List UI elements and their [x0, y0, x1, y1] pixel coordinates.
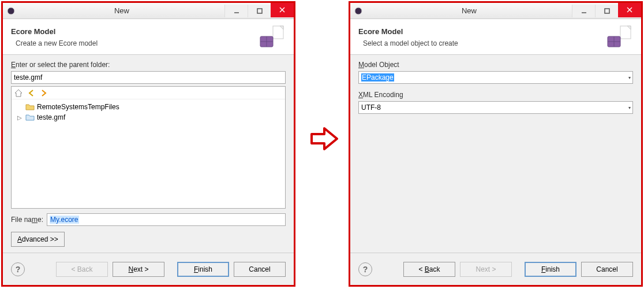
cancel-button[interactable]: Cancel [234, 262, 286, 277]
maximize-button[interactable] [248, 5, 271, 17]
new-ecore-dialog-step2: New Ecore Model Select a model object to… [349, 1, 643, 287]
advanced-button[interactable]: Advanced >> [11, 232, 65, 247]
next-button[interactable]: Next > [113, 262, 164, 277]
svg-marker-10 [15, 90, 22, 97]
back-button[interactable]: < Back [56, 262, 108, 277]
folder-icon [25, 102, 35, 112]
back-arrow-icon[interactable] [27, 88, 36, 98]
titlebar[interactable]: New [3, 3, 294, 19]
folder-tree-container: RemoteSystemsTempFiles ▷ teste.gmf [11, 86, 286, 209]
home-icon[interactable] [14, 88, 23, 98]
parent-folder-label: Enter or select the parent folder: [11, 61, 286, 69]
minimize-button[interactable] [572, 5, 595, 17]
expander-icon[interactable]: ▷ [17, 114, 23, 121]
parent-folder-input[interactable] [11, 71, 286, 84]
svg-rect-2 [257, 9, 262, 13]
xml-encoding-label: XML Encoding [358, 91, 633, 99]
folder-tree[interactable]: RemoteSystemsTempFiles ▷ teste.gmf [12, 99, 285, 208]
svg-point-11 [355, 8, 362, 14]
titlebar[interactable]: New [350, 3, 641, 19]
help-icon[interactable]: ? [11, 262, 25, 276]
wizard-content: Model Object EPackage ▾ XML Encoding ▾ [350, 55, 641, 253]
chevron-down-icon: ▾ [628, 105, 631, 110]
help-icon[interactable]: ? [358, 262, 372, 276]
wizard-banner: Ecore Model Select a model object to cre… [350, 19, 641, 55]
window-controls [224, 5, 294, 17]
ecore-wizard-icon [258, 24, 286, 51]
close-button[interactable] [271, 3, 294, 17]
banner-text: Ecore Model Create a new Ecore model [11, 27, 98, 47]
svg-rect-13 [605, 9, 609, 13]
eclipse-icon [354, 6, 363, 16]
window-controls [572, 5, 641, 17]
forward-arrow-icon[interactable] [39, 88, 48, 98]
finish-button[interactable]: Finish [177, 262, 229, 277]
minimize-button[interactable] [224, 5, 248, 17]
cancel-button[interactable]: Cancel [581, 262, 633, 277]
wizard-banner: Ecore Model Create a new Ecore model [3, 19, 294, 55]
folder-open-icon [25, 113, 35, 122]
wizard-footer: ? < Back Next > Finish Cancel [350, 253, 641, 285]
banner-title: Ecore Model [358, 27, 458, 36]
model-object-label: Model Object [358, 61, 633, 69]
next-button[interactable]: Next > [460, 262, 512, 277]
wizard-footer: ? < Back Next > Finish Cancel [3, 253, 294, 285]
filename-input[interactable]: My.ecore [47, 213, 286, 226]
ecore-wizard-icon [605, 24, 633, 51]
close-button[interactable] [618, 3, 641, 17]
tree-item[interactable]: RemoteSystemsTempFiles [15, 102, 282, 112]
wizard-content: Enter or select the parent folder: Remot… [3, 55, 294, 253]
tree-item[interactable]: ▷ teste.gmf [15, 112, 282, 123]
xml-encoding-combo[interactable]: ▾ [358, 101, 633, 114]
model-object-group: Model Object EPackage ▾ [358, 61, 633, 84]
banner-title: Ecore Model [11, 27, 98, 36]
filename-row: File name: My.ecore [11, 213, 286, 226]
banner-description: Create a new Ecore model [16, 39, 98, 47]
finish-button[interactable]: Finish [525, 262, 576, 277]
tree-item-label: teste.gmf [37, 113, 65, 121]
model-object-combo[interactable]: EPackage ▾ [358, 71, 633, 84]
eclipse-icon [6, 6, 16, 16]
filename-label: File name: [11, 216, 43, 224]
chevron-down-icon: ▾ [628, 75, 631, 80]
new-ecore-dialog-step1: New Ecore Model Create a new Ecore model… [1, 1, 295, 287]
tree-item-label: RemoteSystemsTempFiles [37, 103, 119, 111]
window-title: New [366, 6, 572, 15]
window-title: New [19, 6, 224, 15]
sequence-arrow-icon [307, 121, 342, 156]
banner-description: Select a model object to create [363, 39, 458, 47]
tree-toolbar [12, 87, 285, 99]
svg-point-0 [8, 8, 14, 14]
back-button[interactable]: < Back [403, 262, 455, 277]
xml-encoding-group: XML Encoding ▾ [358, 91, 633, 114]
maximize-button[interactable] [595, 5, 618, 17]
banner-text: Ecore Model Select a model object to cre… [358, 27, 458, 47]
